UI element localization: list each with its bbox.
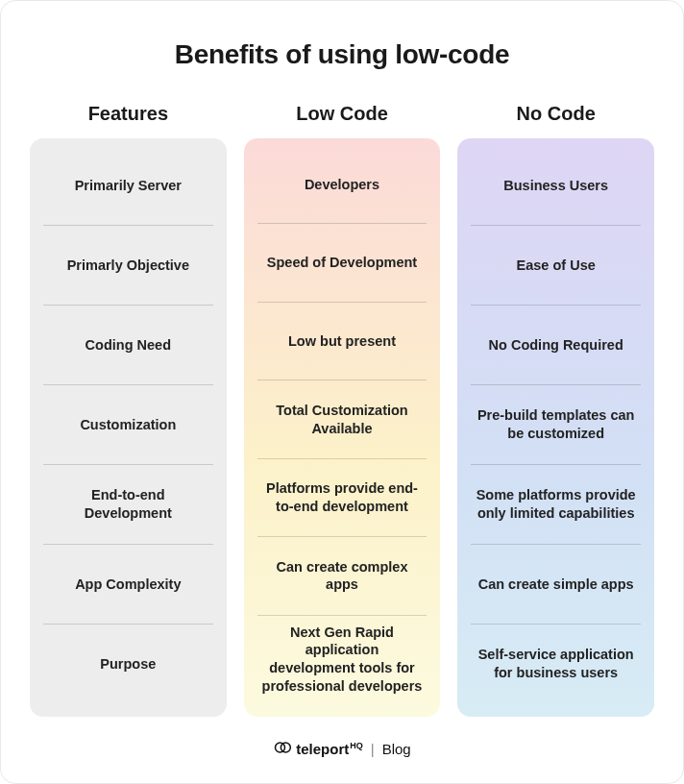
footer-section: Blog — [382, 741, 411, 757]
cell: App Complexity — [43, 545, 213, 625]
cell: Platforms provide end-to-end development — [257, 459, 428, 537]
cell: Primarily Server — [43, 146, 213, 226]
brand-name: teleport — [296, 741, 349, 757]
column-no-code: No Code Business Users Ease of Use No Co… — [457, 103, 654, 717]
cell: No Coding Required — [471, 306, 641, 385]
teleport-icon — [273, 738, 292, 760]
cell: Customization — [43, 385, 213, 465]
cell: Business Users — [471, 146, 641, 226]
cell: Ease of Use — [471, 226, 641, 306]
cell: End-to-end Development — [43, 465, 213, 545]
cell: Coding Need — [43, 306, 213, 385]
page-title: Benefits of using low-code — [30, 39, 654, 70]
column-body-features: Primarily Server Primarly Objective Codi… — [30, 138, 227, 717]
cell: Can create simple apps — [471, 545, 641, 625]
cell: Self-service application for business us… — [471, 625, 641, 703]
column-header-features: Features — [30, 103, 227, 125]
comparison-grid: Features Primarily Server Primarly Objec… — [30, 103, 654, 717]
column-features: Features Primarily Server Primarly Objec… — [30, 103, 227, 717]
cell: Pre-build templates can be customized — [471, 385, 641, 465]
footer-separator: | — [371, 741, 375, 757]
cell: Total Customization Available — [257, 380, 428, 458]
cell: Can create complex apps — [257, 537, 428, 615]
column-body-no-code: Business Users Ease of Use No Coding Req… — [457, 138, 654, 717]
svg-point-0 — [276, 743, 285, 752]
cell: Low but present — [257, 303, 428, 380]
cell: Some platforms provide only limited capa… — [471, 465, 641, 545]
cell: Developers — [257, 146, 428, 224]
column-body-low-code: Developers Speed of Development Low but … — [244, 138, 441, 717]
brand-suffix: HQ — [350, 741, 363, 750]
svg-point-1 — [281, 743, 291, 752]
column-low-code: Low Code Developers Speed of Development… — [244, 103, 441, 717]
cell: Purpose — [43, 625, 213, 703]
cell: Next Gen Rapid application development t… — [257, 616, 428, 703]
footer: teleportHQ | Blog — [30, 738, 654, 760]
cell: Primarly Objective — [43, 226, 213, 306]
cell: Speed of Development — [257, 224, 428, 302]
brand-logo: teleportHQ — [273, 738, 363, 760]
column-header-low-code: Low Code — [244, 103, 441, 125]
comparison-card: Benefits of using low-code Features Prim… — [0, 0, 684, 784]
column-header-no-code: No Code — [457, 103, 654, 125]
